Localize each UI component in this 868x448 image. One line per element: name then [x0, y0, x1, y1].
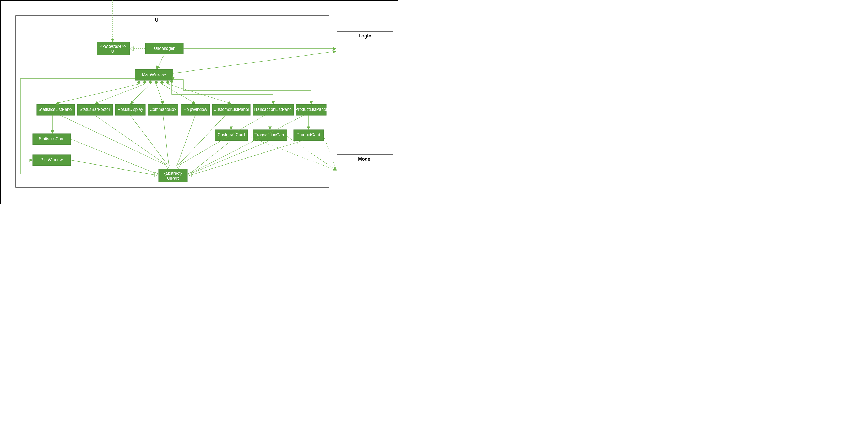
pkg-ui-label: UI [155, 18, 160, 23]
node-helpwindow-label: HelpWindow [183, 107, 207, 111]
uml-diagram: UI Logic Model <<Interface>> Ui UiManage… [0, 0, 398, 204]
node-txnlistpanel-label: TransactionListPanel [254, 107, 293, 111]
node-statscard-label: StatisticsCard [39, 136, 65, 141]
svg-marker-6 [333, 47, 336, 50]
pkg-logic-label: Logic [359, 33, 371, 38]
node-uipart-name: UiPart [167, 176, 179, 181]
node-uipart-abstract: {abstract} [164, 171, 182, 175]
svg-marker-10 [333, 50, 336, 54]
node-commandbox-label: CommandBox [150, 107, 176, 111]
node-plotwindow-label: PlotWindow [41, 157, 63, 162]
pkg-model-label: Model [358, 156, 372, 162]
node-mainwindow-label: MainWindow [142, 72, 166, 77]
node-resultdisplay-label: ResultDisplay [117, 107, 143, 111]
node-statslistpanel-label: StatisticsListPanel [38, 107, 72, 111]
node-ui-interface-name: Ui [111, 49, 115, 54]
node-txncard-label: TransactionCard [254, 133, 285, 137]
node-custlistpanel-label: CustomerListPanel [213, 107, 249, 111]
node-uimanager-label: UiManager [154, 46, 175, 51]
node-prodlistpanel-label: ProductListPanel [296, 107, 327, 111]
node-prodcard-label: ProductCard [297, 133, 320, 137]
node-ui-interface-stereo: <<Interface>> [100, 44, 126, 49]
node-statusbar-label: StatusBarFooter [80, 107, 110, 111]
